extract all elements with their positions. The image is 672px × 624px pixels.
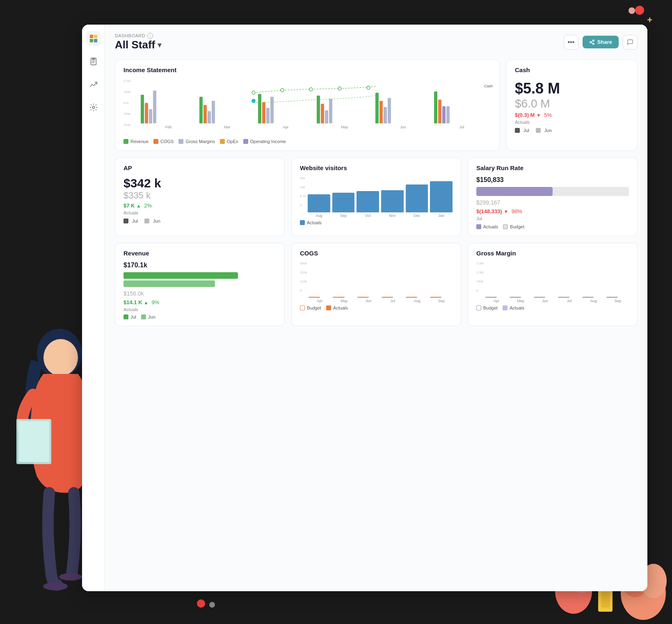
legend-revenue-dot (123, 139, 128, 144)
month-may: May (317, 125, 372, 129)
sidebar-icon-dashboard[interactable] (86, 31, 101, 46)
gm-apr-budget (485, 297, 497, 298)
legend-opex: OpEx (220, 139, 238, 144)
dashboard-header: DASHBOARD i All Staff ▾ ••• Share (115, 33, 638, 51)
sidebar-icon-settings[interactable] (86, 100, 101, 115)
legend-opex-dot (220, 139, 225, 144)
legend-oi-dot (243, 139, 248, 144)
revenue-delta: $14.1 K (123, 299, 142, 305)
visitors-legend-actuals: Actuals (300, 220, 322, 225)
income-chart-area: Cash (139, 78, 491, 136)
svg-point-1 (43, 339, 78, 376)
salary-delta-row: $(148,333) ▼ 98% (476, 208, 629, 214)
visitors-actuals-dot (300, 220, 305, 225)
cash-legend: Jul Jun (515, 128, 629, 133)
salary-legend-budget: Budget (503, 224, 524, 229)
cash-delta-row: $(0.3) M ▼ 5% (515, 112, 629, 118)
dashboard-card: DASHBOARD i All Staff ▾ ••• Share (82, 25, 647, 591)
ap-jun-dot (144, 219, 149, 223)
may-group (317, 95, 372, 123)
feb-cogs-bar (145, 103, 148, 123)
cash-legend-jun: Jun (536, 128, 552, 133)
salary-bar-container (476, 187, 629, 196)
ap-legend-jul: Jul (123, 219, 138, 223)
more-options-button[interactable]: ••• (564, 35, 578, 50)
gm-actuals-dot (503, 305, 507, 310)
svg-rect-17 (94, 39, 97, 42)
sidebar-icon-analytics[interactable] (86, 77, 101, 92)
revenue-budget-value: $156.0k (123, 290, 276, 297)
ap-panel: AP $342 k $335 k $7 K ▲ 2% Actuals Jul (115, 157, 285, 236)
cogs-panel: COGS 340k 220k 110k 0 (291, 243, 461, 326)
salary-legend-actuals: Actuals (476, 224, 498, 229)
cogs-legend: Budget Actuals (300, 305, 453, 310)
income-chart-container: 410k 240k 67k 100k 270k (123, 78, 491, 136)
cash-panel: Cash $5.8 M $6.0 M $(0.3) M ▼ 5% Actuals… (506, 59, 638, 151)
y-label-2: 240k (123, 112, 139, 116)
cash-legend-jul-dot (515, 128, 520, 133)
may-negative-bar (329, 99, 332, 123)
cogs-actuals-dot (326, 305, 331, 310)
cogs-chart (309, 265, 453, 298)
revenue-value: $170.1k (123, 262, 276, 269)
cogs-budget-dot (300, 305, 305, 310)
legend-operating-income: Operating Income (243, 139, 286, 144)
salary-bar-track (476, 187, 629, 196)
header-left: DASHBOARD i All Staff ▾ (115, 33, 161, 51)
jul-gm-bar (446, 106, 450, 123)
revenue-title: Revenue (123, 250, 276, 257)
jun-cogs-bar (379, 101, 383, 123)
salary-arrow-icon: ▼ (504, 209, 508, 214)
svg-point-24 (593, 43, 594, 45)
income-statement-title: Income Statement (123, 66, 491, 73)
dot-gray-bottom-icon (209, 602, 215, 608)
salary-run-rate-panel: Salary Run Rate $150,833 $299,167 $(148,… (468, 157, 638, 236)
ap-legend-jun: Jun (144, 219, 160, 223)
salary-budget-dot (503, 224, 508, 229)
salary-budget-value: $299,167 (476, 199, 629, 206)
cash-arrow-icon: ▼ (536, 113, 541, 118)
cogs-apr-budget (309, 297, 320, 298)
cogs-jul (382, 297, 404, 298)
visitors-bar-oct (357, 191, 379, 212)
jul-revenue-bar (434, 91, 437, 123)
cogs-apr (309, 297, 331, 298)
jun-revenue-bar (375, 93, 379, 123)
salary-value: $150,833 (476, 176, 629, 184)
legend-revenue: Revenue (123, 139, 149, 144)
salary-delta-pct: 98% (512, 208, 522, 214)
y-label-1: 410k (123, 123, 139, 127)
feb-gm-bar (149, 109, 152, 123)
sidebar-icon-reports[interactable] (86, 54, 101, 69)
cash-delta-pct: 5% (544, 112, 552, 118)
feb-group (141, 87, 196, 123)
share-button[interactable]: Share (583, 36, 619, 48)
svg-point-4 (43, 582, 68, 590)
cogs-chart-wrapper: 340k 220k 110k 0 (300, 262, 453, 303)
revenue-bar-actual (123, 272, 238, 279)
y-label-4: 100k (123, 90, 139, 94)
comment-button[interactable] (623, 35, 638, 50)
jun-group (375, 93, 431, 123)
website-visitors-title: Website visitors (300, 164, 453, 171)
cogs-aug (406, 297, 428, 298)
visitors-bar-aug (308, 194, 330, 212)
dot-red-top-icon (629, 7, 635, 14)
visitors-bar-nov (381, 190, 404, 212)
mar-negative-bar (212, 101, 215, 123)
salary-actuals-dot (476, 224, 481, 229)
revenue-legend: Jul Jun (123, 314, 276, 319)
ap-budget: $335 k (123, 190, 276, 201)
y-label-5: 270k (123, 79, 139, 83)
gm-chart (485, 265, 629, 298)
jul-cogs-bar (438, 100, 441, 123)
ap-title: AP (123, 164, 276, 171)
svg-point-5 (59, 573, 82, 581)
dropdown-chevron-icon[interactable]: ▾ (158, 41, 161, 50)
ap-delta-pct: 2% (144, 203, 152, 209)
visitors-bar-dec (406, 184, 428, 212)
gm-jul-budget (558, 297, 569, 298)
gm-jun (534, 297, 556, 298)
jul-group: Cash (434, 91, 489, 123)
legend-cogs-dot (153, 139, 158, 144)
